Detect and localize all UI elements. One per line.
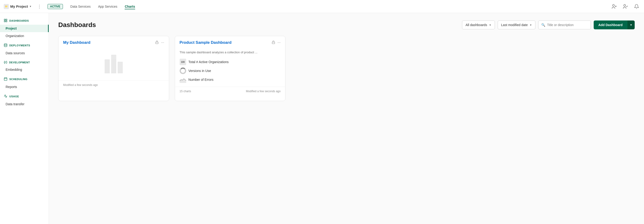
- search-input[interactable]: [547, 23, 588, 27]
- sort-dropdown-chevron: ▼: [530, 24, 532, 26]
- nav-links: Data Services App Services Charts: [70, 4, 135, 9]
- sidebar-item-organization[interactable]: Organization: [0, 32, 49, 40]
- sidebar-section-dashboards: DASHBOARDS Project Organization: [0, 17, 49, 40]
- sidebar-item-data-sources[interactable]: Data sources: [0, 49, 49, 57]
- usage-section-icon: [4, 94, 8, 98]
- bar-chart-placeholder: [104, 55, 123, 73]
- chart-list-item-total-orgs: 100 Total # Active Organizations: [180, 59, 281, 65]
- card-body-product-sample: This sample dashboard analyzes a collect…: [175, 48, 286, 87]
- sidebar-section-usage: USAGE Data transfer: [0, 92, 49, 108]
- scheduling-section-icon: [4, 77, 8, 81]
- deployments-section-icon: [4, 43, 8, 47]
- search-box[interactable]: 🔍: [538, 20, 591, 29]
- card-footer-product-sample: 15 charts Modified a few seconds ago: [175, 87, 286, 96]
- card-header-icons-product-sample: ···: [272, 40, 280, 45]
- card-preview-my-dashboard: [58, 48, 169, 80]
- card-header-icons-my-dashboard: ···: [155, 40, 164, 45]
- user-check-icon[interactable]: [622, 3, 629, 10]
- bell-icon[interactable]: [633, 3, 640, 10]
- dashboard-card-product-sample[interactable]: Product Sample Dashboard ··· This sample…: [175, 36, 286, 101]
- chart-list-item-errors: Number of Errors: [180, 76, 281, 83]
- lock-icon-my-dashboard: [155, 40, 159, 45]
- page-header: Dashboards All dashboards ▼ Last modifie…: [58, 20, 635, 29]
- lock-icon-product-sample: [272, 40, 275, 45]
- sidebar-item-data-transfer[interactable]: Data transfer: [0, 100, 49, 108]
- svg-rect-13: [156, 42, 158, 44]
- card-footer-my-dashboard: Modified a few seconds ago: [58, 80, 169, 89]
- card-header-product-sample: Product Sample Dashboard ···: [175, 36, 286, 48]
- add-dashboard-group: Add Dashboard ▼: [594, 20, 635, 29]
- all-dashboards-dropdown[interactable]: All dashboards ▼: [462, 20, 495, 29]
- more-options-icon[interactable]: ⋮: [37, 4, 42, 9]
- add-dashboard-chevron-button[interactable]: ▼: [627, 20, 635, 29]
- more-options-my-dashboard[interactable]: ···: [161, 40, 164, 45]
- nav-link-data-services[interactable]: Data Services: [70, 4, 91, 9]
- app-layout: DASHBOARDS Project Organization DEPLOYM: [0, 13, 644, 224]
- chart-list-item-versions: Versions in Use: [180, 67, 281, 74]
- project-chevron-icon: ▼: [29, 5, 32, 8]
- sidebar-section-title-development: ⟨/⟩ DEVELOPMENT: [0, 59, 49, 66]
- svg-rect-4: [4, 19, 5, 20]
- dashboard-cards-grid: My Dashboard ···: [58, 36, 635, 101]
- card-title-product-sample[interactable]: Product Sample Dashboard: [180, 40, 232, 45]
- number-chart-thumb: 100: [180, 59, 186, 65]
- add-dashboard-button[interactable]: Add Dashboard: [594, 20, 627, 29]
- sidebar-section-deployments: DEPLOYMENTS Data sources: [0, 41, 49, 57]
- project-name-group[interactable]: 📁 My Project ▼: [4, 4, 32, 9]
- modified-text-product-sample: Modified a few seconds ago: [246, 90, 280, 93]
- main-content: Dashboards All dashboards ▼ Last modifie…: [49, 13, 644, 224]
- nav-link-app-services[interactable]: App Services: [98, 4, 117, 9]
- svg-rect-6: [4, 21, 5, 22]
- area-chart-thumb: [180, 76, 186, 83]
- svg-point-3: [624, 4, 626, 6]
- more-options-product-sample[interactable]: ···: [278, 40, 280, 45]
- dashboards-section-icon: [4, 19, 8, 23]
- card-header-my-dashboard: My Dashboard ···: [58, 36, 169, 48]
- sidebar-section-title-scheduling: SCHEDULING: [0, 75, 49, 83]
- sidebar-item-embedding[interactable]: Embedding: [0, 66, 49, 73]
- sort-dropdown[interactable]: Last modified date ▼: [498, 20, 536, 29]
- search-icon: 🔍: [541, 23, 545, 27]
- sidebar-section-title-usage: USAGE: [0, 92, 49, 100]
- svg-point-0: [612, 4, 614, 6]
- page-title: Dashboards: [58, 21, 96, 29]
- svg-rect-9: [4, 78, 7, 81]
- project-folder-icon: 📁: [4, 4, 9, 9]
- chart-count-label: 15 charts: [180, 90, 191, 93]
- svg-rect-14: [272, 42, 275, 44]
- sidebar-section-title-deployments: DEPLOYMENTS: [0, 41, 49, 49]
- filter-dropdown-chevron: ▼: [489, 24, 492, 26]
- svg-point-8: [4, 43, 7, 44]
- active-status-badge: ACTIVE: [48, 4, 63, 9]
- chart-list: 100 Total # Active Organizations Version…: [180, 57, 281, 85]
- sidebar-item-reports[interactable]: Reports: [0, 83, 49, 91]
- top-nav: 📁 My Project ▼ ⋮ ACTIVE Data Services Ap…: [0, 0, 644, 13]
- svg-rect-7: [6, 21, 7, 22]
- card-title-my-dashboard[interactable]: My Dashboard: [63, 40, 90, 45]
- nav-right-icons: [610, 3, 640, 10]
- sidebar-section-title-dashboards: DASHBOARDS: [0, 17, 49, 25]
- nav-link-charts[interactable]: Charts: [125, 4, 135, 9]
- svg-rect-5: [6, 19, 7, 20]
- user-add-icon[interactable]: [610, 3, 618, 10]
- sidebar-section-development: ⟨/⟩ DEVELOPMENT Embedding: [0, 59, 49, 73]
- development-section-icon: ⟨/⟩: [4, 60, 7, 64]
- sidebar: DASHBOARDS Project Organization DEPLOYM: [0, 13, 49, 224]
- header-controls: All dashboards ▼ Last modified date ▼ 🔍 …: [462, 20, 635, 29]
- sidebar-item-project[interactable]: Project: [0, 25, 49, 32]
- card-description: This sample dashboard analyzes a collect…: [180, 50, 281, 57]
- donut-chart-thumb: [180, 67, 186, 74]
- sidebar-section-scheduling: SCHEDULING Reports: [0, 75, 49, 91]
- project-name-label: My Project: [10, 4, 28, 8]
- dashboard-card-my-dashboard[interactable]: My Dashboard ···: [58, 36, 169, 101]
- modified-text-my-dashboard: Modified a few seconds ago: [63, 83, 98, 87]
